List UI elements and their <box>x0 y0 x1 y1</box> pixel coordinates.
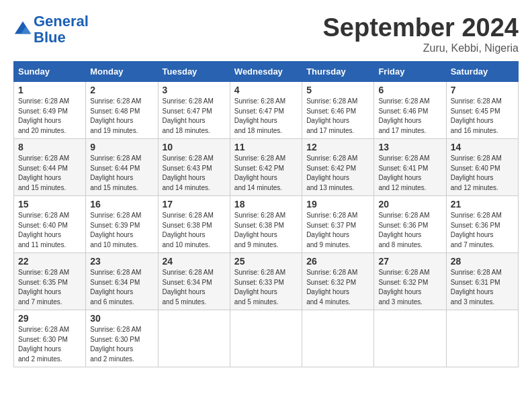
calendar-day-cell: 26 Sunrise: 6:28 AMSunset: 6:32 PMDaylig… <box>302 253 374 310</box>
calendar-day-cell: 20 Sunrise: 6:28 AMSunset: 6:36 PMDaylig… <box>374 196 446 253</box>
day-number: 9 <box>90 142 153 152</box>
day-info: Sunrise: 6:28 AMSunset: 6:41 PMDaylight … <box>378 154 441 193</box>
day-number: 20 <box>378 199 441 210</box>
calendar-table: SundayMondayTuesdayWednesdayThursdayFrid… <box>13 61 519 367</box>
calendar-day-cell: 6 Sunrise: 6:28 AMSunset: 6:46 PMDayligh… <box>374 82 446 139</box>
day-number: 16 <box>90 199 153 210</box>
day-info: Sunrise: 6:28 AMSunset: 6:45 PMDaylight … <box>451 97 514 136</box>
calendar-day-cell: 30 Sunrise: 6:28 AMSunset: 6:30 PMDaylig… <box>86 310 158 367</box>
day-info: Sunrise: 6:28 AMSunset: 6:32 PMDaylight … <box>306 268 369 307</box>
calendar-day-cell: 24 Sunrise: 6:28 AMSunset: 6:34 PMDaylig… <box>158 253 230 310</box>
calendar-header-row: SundayMondayTuesdayWednesdayThursdayFrid… <box>14 62 519 82</box>
calendar-day-cell: 16 Sunrise: 6:28 AMSunset: 6:39 PMDaylig… <box>86 196 158 253</box>
day-info: Sunrise: 6:28 AMSunset: 6:47 PMDaylight … <box>234 97 298 136</box>
calendar-week-row: 15 Sunrise: 6:28 AMSunset: 6:40 PMDaylig… <box>14 196 519 253</box>
page-header: General Blue September 2024 Zuru, Kebbi,… <box>13 13 519 54</box>
day-info: Sunrise: 6:28 AMSunset: 6:32 PMDaylight … <box>378 268 441 307</box>
day-number: 30 <box>90 313 153 324</box>
calendar-day-cell <box>446 310 518 367</box>
weekday-header: Sunday <box>14 62 86 82</box>
calendar-day-cell <box>230 310 302 367</box>
day-info: Sunrise: 6:28 AMSunset: 6:36 PMDaylight … <box>451 211 514 250</box>
day-number: 26 <box>306 256 369 267</box>
day-info: Sunrise: 6:28 AMSunset: 6:38 PMDaylight … <box>163 211 226 250</box>
logo-icon <box>13 20 32 39</box>
calendar-day-cell: 23 Sunrise: 6:28 AMSunset: 6:34 PMDaylig… <box>86 253 158 310</box>
day-number: 15 <box>18 199 81 210</box>
calendar-day-cell: 14 Sunrise: 6:28 AMSunset: 6:40 PMDaylig… <box>446 139 518 196</box>
day-info: Sunrise: 6:28 AMSunset: 6:42 PMDaylight … <box>306 154 369 193</box>
day-info: Sunrise: 6:28 AMSunset: 6:42 PMDaylight … <box>234 154 298 193</box>
calendar-day-cell <box>374 310 446 367</box>
day-number: 11 <box>234 142 298 152</box>
day-number: 1 <box>18 85 81 95</box>
day-number: 8 <box>18 142 81 152</box>
calendar-day-cell: 10 Sunrise: 6:28 AMSunset: 6:43 PMDaylig… <box>158 139 230 196</box>
day-info: Sunrise: 6:28 AMSunset: 6:40 PMDaylight … <box>451 154 514 193</box>
calendar-day-cell <box>158 310 230 367</box>
calendar-day-cell: 12 Sunrise: 6:28 AMSunset: 6:42 PMDaylig… <box>302 139 374 196</box>
day-number: 7 <box>451 85 514 95</box>
day-info: Sunrise: 6:28 AMSunset: 6:39 PMDaylight … <box>90 211 153 250</box>
weekday-header: Thursday <box>302 62 374 82</box>
calendar-body: 1 Sunrise: 6:28 AMSunset: 6:49 PMDayligh… <box>14 82 519 367</box>
logo-text: General Blue <box>34 13 89 46</box>
day-info: Sunrise: 6:28 AMSunset: 6:36 PMDaylight … <box>378 211 441 250</box>
weekday-header: Tuesday <box>158 62 230 82</box>
day-number: 17 <box>163 199 226 210</box>
calendar-day-cell: 22 Sunrise: 6:28 AMSunset: 6:35 PMDaylig… <box>14 253 86 310</box>
day-info: Sunrise: 6:28 AMSunset: 6:49 PMDaylight … <box>18 97 81 136</box>
calendar-week-row: 1 Sunrise: 6:28 AMSunset: 6:49 PMDayligh… <box>14 82 519 139</box>
day-info: Sunrise: 6:28 AMSunset: 6:43 PMDaylight … <box>163 154 226 193</box>
calendar-day-cell: 9 Sunrise: 6:28 AMSunset: 6:44 PMDayligh… <box>86 139 158 196</box>
calendar-day-cell: 1 Sunrise: 6:28 AMSunset: 6:49 PMDayligh… <box>14 82 86 139</box>
day-info: Sunrise: 6:28 AMSunset: 6:47 PMDaylight … <box>163 97 226 136</box>
day-info: Sunrise: 6:28 AMSunset: 6:34 PMDaylight … <box>163 268 226 307</box>
day-info: Sunrise: 6:28 AMSunset: 6:33 PMDaylight … <box>234 268 298 307</box>
title-block: September 2024 Zuru, Kebbi, Nigeria <box>323 13 519 54</box>
calendar-day-cell: 29 Sunrise: 6:28 AMSunset: 6:30 PMDaylig… <box>14 310 86 367</box>
day-info: Sunrise: 6:28 AMSunset: 6:48 PMDaylight … <box>90 97 153 136</box>
day-number: 4 <box>234 85 298 95</box>
calendar-day-cell: 28 Sunrise: 6:28 AMSunset: 6:31 PMDaylig… <box>446 253 518 310</box>
day-info: Sunrise: 6:28 AMSunset: 6:31 PMDaylight … <box>451 268 514 307</box>
day-info: Sunrise: 6:28 AMSunset: 6:44 PMDaylight … <box>18 154 81 193</box>
day-info: Sunrise: 6:28 AMSunset: 6:37 PMDaylight … <box>306 211 369 250</box>
weekday-header: Monday <box>86 62 158 82</box>
calendar-day-cell: 15 Sunrise: 6:28 AMSunset: 6:40 PMDaylig… <box>14 196 86 253</box>
day-info: Sunrise: 6:28 AMSunset: 6:35 PMDaylight … <box>18 268 81 307</box>
day-number: 5 <box>306 85 369 95</box>
day-number: 27 <box>378 256 441 267</box>
day-info: Sunrise: 6:28 AMSunset: 6:30 PMDaylight … <box>18 325 81 364</box>
day-number: 3 <box>163 85 226 95</box>
day-info: Sunrise: 6:28 AMSunset: 6:46 PMDaylight … <box>306 97 369 136</box>
calendar-day-cell: 19 Sunrise: 6:28 AMSunset: 6:37 PMDaylig… <box>302 196 374 253</box>
calendar-day-cell: 3 Sunrise: 6:28 AMSunset: 6:47 PMDayligh… <box>158 82 230 139</box>
day-number: 24 <box>163 256 226 267</box>
logo: General Blue <box>13 13 89 46</box>
day-number: 23 <box>90 256 153 267</box>
calendar-day-cell: 13 Sunrise: 6:28 AMSunset: 6:41 PMDaylig… <box>374 139 446 196</box>
calendar-day-cell: 21 Sunrise: 6:28 AMSunset: 6:36 PMDaylig… <box>446 196 518 253</box>
day-info: Sunrise: 6:28 AMSunset: 6:34 PMDaylight … <box>90 268 153 307</box>
day-info: Sunrise: 6:28 AMSunset: 6:46 PMDaylight … <box>378 97 441 136</box>
calendar-day-cell: 5 Sunrise: 6:28 AMSunset: 6:46 PMDayligh… <box>302 82 374 139</box>
day-info: Sunrise: 6:28 AMSunset: 6:40 PMDaylight … <box>18 211 81 250</box>
day-info: Sunrise: 6:28 AMSunset: 6:38 PMDaylight … <box>234 211 298 250</box>
calendar-day-cell: 4 Sunrise: 6:28 AMSunset: 6:47 PMDayligh… <box>230 82 302 139</box>
day-number: 29 <box>18 313 81 324</box>
day-number: 14 <box>451 142 514 152</box>
weekday-header: Saturday <box>446 62 518 82</box>
calendar-day-cell: 25 Sunrise: 6:28 AMSunset: 6:33 PMDaylig… <box>230 253 302 310</box>
day-info: Sunrise: 6:28 AMSunset: 6:44 PMDaylight … <box>90 154 153 193</box>
calendar-day-cell: 11 Sunrise: 6:28 AMSunset: 6:42 PMDaylig… <box>230 139 302 196</box>
day-number: 12 <box>306 142 369 152</box>
day-number: 21 <box>451 199 514 210</box>
day-number: 13 <box>378 142 441 152</box>
day-number: 2 <box>90 85 153 95</box>
calendar-day-cell: 18 Sunrise: 6:28 AMSunset: 6:38 PMDaylig… <box>230 196 302 253</box>
day-number: 22 <box>18 256 81 267</box>
day-info: Sunrise: 6:28 AMSunset: 6:30 PMDaylight … <box>90 325 153 364</box>
location: Zuru, Kebbi, Nigeria <box>323 42 519 54</box>
calendar-day-cell: 7 Sunrise: 6:28 AMSunset: 6:45 PMDayligh… <box>446 82 518 139</box>
